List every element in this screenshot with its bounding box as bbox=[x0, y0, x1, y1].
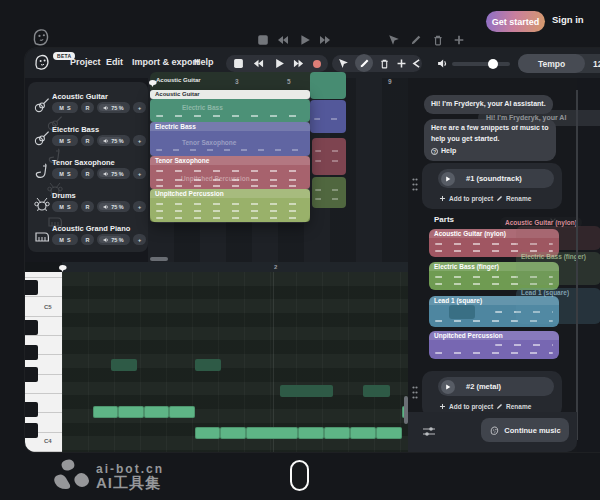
clip-fragment[interactable] bbox=[312, 138, 346, 175]
add-to-project-button[interactable]: Add to project bbox=[439, 195, 493, 202]
track-volume-pill[interactable]: 75 % bbox=[97, 201, 130, 212]
track-name: Acoustic Grand Piano bbox=[52, 224, 130, 233]
midi-note[interactable] bbox=[144, 406, 169, 418]
stop-button[interactable] bbox=[233, 58, 244, 69]
midi-note[interactable] bbox=[195, 359, 221, 371]
menu-import-export[interactable]: Import & export bbox=[132, 57, 199, 67]
mute-solo-buttons[interactable]: MS bbox=[52, 102, 78, 113]
snippet-play-button[interactable] bbox=[441, 380, 455, 394]
midi-note[interactable] bbox=[169, 406, 195, 418]
track-options-button[interactable]: + bbox=[133, 168, 146, 179]
menu-help[interactable]: Help bbox=[194, 57, 214, 67]
part-chip-unpitched-percussion[interactable]: Unpitched Percussion bbox=[429, 331, 559, 359]
sign-in-button[interactable]: Sign in bbox=[552, 14, 584, 25]
volume-slider-knob[interactable] bbox=[488, 59, 498, 69]
midi-note[interactable] bbox=[363, 385, 390, 397]
midi-note[interactable] bbox=[195, 427, 220, 439]
record-arm-button[interactable]: R bbox=[81, 168, 94, 179]
snippet-play-pill[interactable]: #2 (metal) bbox=[438, 377, 554, 396]
horizontal-scrollbar[interactable] bbox=[150, 257, 168, 261]
piano-roll-ruler[interactable]: 2 bbox=[62, 262, 412, 272]
midi-note[interactable] bbox=[324, 427, 350, 439]
menu-edit[interactable]: Edit bbox=[106, 57, 123, 67]
snippet-play-button[interactable] bbox=[441, 172, 455, 186]
black-key[interactable] bbox=[25, 423, 38, 438]
track-volume-pill[interactable]: 75 % bbox=[97, 102, 130, 113]
record-button[interactable] bbox=[313, 60, 321, 68]
black-key[interactable] bbox=[25, 367, 38, 382]
play-button[interactable] bbox=[274, 58, 285, 69]
black-key[interactable] bbox=[25, 402, 38, 417]
midi-note[interactable] bbox=[220, 427, 246, 439]
black-key[interactable] bbox=[25, 345, 38, 360]
track-volume-pill[interactable]: 75 % bbox=[97, 135, 130, 146]
part-chip-label: Unpitched Percussion bbox=[434, 332, 503, 339]
record-arm-button[interactable]: R bbox=[81, 102, 94, 113]
midi-note[interactable] bbox=[118, 406, 144, 418]
drag-handle-icon[interactable] bbox=[412, 178, 418, 191]
track-options-button[interactable]: + bbox=[133, 201, 146, 212]
menu-project[interactable]: Project bbox=[70, 57, 101, 67]
rename-button[interactable]: Rename bbox=[496, 403, 531, 410]
track-row[interactable]: Acoustic Grand Piano MS R 75 % + bbox=[28, 222, 148, 255]
pencil-tool-button[interactable] bbox=[359, 58, 370, 69]
midi-note[interactable] bbox=[298, 427, 324, 439]
track-options-button[interactable]: + bbox=[133, 135, 146, 146]
midi-note[interactable] bbox=[93, 406, 118, 418]
snippet-play-pill[interactable]: #1 (soundtrack) bbox=[438, 169, 554, 188]
volume-icon[interactable] bbox=[437, 58, 448, 69]
tempo-chip[interactable]: Tempo 120 BPM bbox=[518, 54, 600, 73]
pointer-tool-button[interactable] bbox=[338, 58, 349, 69]
get-started-button[interactable]: Get started bbox=[486, 11, 545, 32]
clip-fragment[interactable] bbox=[310, 72, 346, 99]
speaker-icon bbox=[103, 237, 109, 243]
mute-solo-buttons[interactable]: MS bbox=[52, 135, 78, 146]
panel-scrollbar[interactable] bbox=[576, 90, 578, 440]
clip-fragment[interactable] bbox=[312, 177, 346, 208]
track-volume-pill[interactable]: 75 % bbox=[97, 168, 130, 179]
black-key[interactable] bbox=[25, 280, 38, 295]
drag-ghost-window bbox=[150, 90, 310, 223]
mute-solo-buttons[interactable]: MS bbox=[52, 201, 78, 212]
midi-note[interactable] bbox=[280, 385, 333, 397]
drag-handle-icon[interactable] bbox=[412, 386, 418, 399]
midi-note[interactable] bbox=[111, 359, 137, 371]
add-button[interactable] bbox=[396, 58, 407, 69]
settings-sliders-icon[interactable] bbox=[422, 425, 436, 438]
record-arm-button[interactable]: R bbox=[81, 201, 94, 212]
key-label-c4: C4 bbox=[44, 438, 52, 444]
trash-button[interactable] bbox=[379, 58, 390, 69]
mute-solo-buttons[interactable]: MS bbox=[52, 234, 78, 245]
saxophone-icon bbox=[33, 162, 51, 180]
part-chip-label: Lead 1 (square) bbox=[434, 297, 482, 304]
record-arm-button[interactable]: R bbox=[81, 234, 94, 245]
track-options-button[interactable]: + bbox=[133, 234, 146, 245]
snippet-card-1[interactable]: #1 (soundtrack) Add to project Rename bbox=[422, 163, 562, 209]
arrangement-area[interactable]: Acoustic Guitar 3 5 7 9 Electric Bass El… bbox=[148, 78, 408, 262]
black-key[interactable] bbox=[25, 320, 38, 335]
tempo-value[interactable]: 120 BPM bbox=[593, 59, 600, 69]
fast-forward-button[interactable] bbox=[293, 58, 304, 69]
ghost-chip: Electric Bass (finger) bbox=[516, 252, 600, 285]
fast-forward-icon bbox=[319, 34, 331, 46]
continue-music-button[interactable]: Continue music bbox=[481, 418, 569, 442]
piano-keyboard[interactable]: C5 C4 bbox=[25, 272, 62, 452]
help-link[interactable]: ? Help bbox=[431, 146, 549, 157]
back-chevron-button[interactable] bbox=[411, 58, 422, 69]
track-volume-pill[interactable]: 75 % bbox=[97, 234, 130, 245]
snippet-card-2[interactable]: #2 (metal) Add to project Rename bbox=[422, 371, 562, 417]
track-options-button[interactable]: + bbox=[133, 102, 146, 113]
app-logo-icon[interactable] bbox=[32, 52, 52, 72]
record-arm-button[interactable]: R bbox=[81, 135, 94, 146]
guitar-icon bbox=[33, 96, 51, 114]
piano-roll-grid[interactable] bbox=[62, 272, 412, 452]
rewind-button[interactable] bbox=[253, 58, 264, 69]
midi-note[interactable] bbox=[376, 427, 402, 439]
clip-fragment[interactable] bbox=[310, 100, 346, 133]
mute-solo-buttons[interactable]: MS bbox=[52, 168, 78, 179]
add-to-project-button[interactable]: Add to project bbox=[439, 403, 493, 410]
midi-note[interactable] bbox=[246, 427, 298, 439]
midi-note[interactable] bbox=[350, 427, 376, 439]
volume-slider[interactable] bbox=[452, 62, 510, 66]
rename-button[interactable]: Rename bbox=[496, 195, 531, 202]
